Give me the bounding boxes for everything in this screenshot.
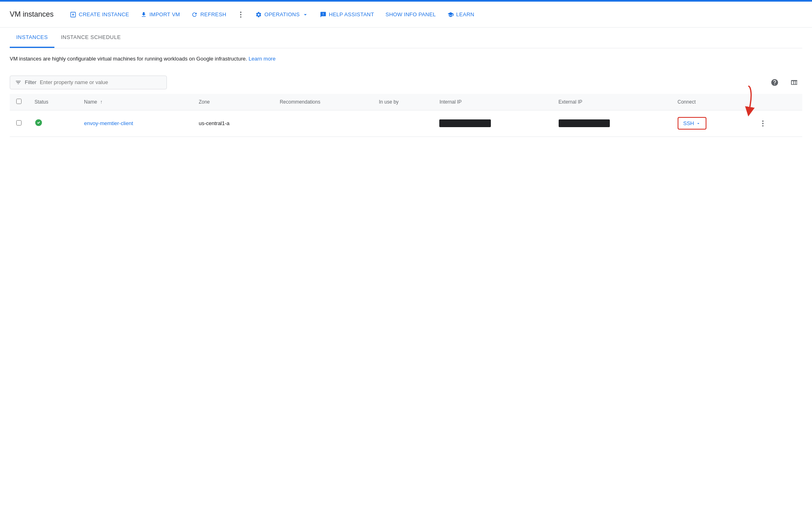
svg-point-7 (762, 120, 763, 121)
row-checkbox-cell (10, 110, 28, 136)
help-circle-icon (771, 78, 779, 87)
description-text: VM instances are highly configurable vir… (10, 56, 247, 62)
row-actions-cell (748, 110, 802, 136)
filter-input[interactable] (40, 79, 162, 85)
row-checkbox[interactable] (16, 120, 22, 126)
learn-more-link[interactable]: Learn more (248, 56, 275, 62)
operations-icon (255, 11, 262, 18)
row-more-button[interactable] (755, 115, 771, 132)
page-description: VM instances are highly configurable vir… (10, 55, 802, 63)
more-options-icon (237, 11, 245, 19)
select-all-header (10, 94, 28, 110)
svg-point-4 (240, 14, 242, 15)
svg-point-5 (240, 16, 242, 17)
help-assistant-icon (320, 11, 326, 18)
row-more-icon (759, 119, 767, 128)
refresh-label: REFRESH (200, 11, 226, 17)
ssh-button[interactable]: SSH (678, 117, 706, 130)
main-content: INSTANCES INSTANCE SCHEDULE VM instances… (0, 28, 812, 137)
status-cell (28, 110, 78, 136)
learn-icon (447, 11, 454, 18)
name-cell: envoy-memtier-client (78, 110, 192, 136)
create-instance-button[interactable]: CREATE INSTANCE (65, 8, 134, 21)
connect-header: Connect (671, 94, 748, 110)
external-ip-header: External IP (552, 94, 671, 110)
zone-header: Zone (192, 94, 273, 110)
zone-cell: us-central1-a (192, 110, 273, 136)
learn-button[interactable]: LEARN (443, 8, 479, 21)
filter-label: Filter (25, 79, 37, 85)
filter-icon (15, 79, 22, 86)
page-title: VM instances (10, 10, 54, 19)
table-head: Status Name ↑ Zone Recommendations In us… (10, 94, 802, 110)
internal-ip-masked: ████████████ (439, 119, 491, 127)
operations-label: OPERATIONS (264, 11, 300, 17)
show-info-panel-button[interactable]: SHOW INFO PANEL (380, 8, 441, 21)
running-status-icon (35, 119, 43, 127)
tab-instances[interactable]: INSTANCES (10, 28, 54, 48)
tab-instance-schedule[interactable]: INSTANCE SCHEDULE (54, 28, 127, 48)
operations-chevron-icon (302, 11, 309, 18)
connect-cell: SSH (671, 110, 748, 136)
operations-button[interactable]: OPERATIONS (251, 8, 313, 21)
svg-point-3 (240, 11, 242, 13)
table-actions (767, 74, 802, 91)
refresh-button[interactable]: REFRESH (186, 8, 231, 21)
ssh-label: SSH (683, 120, 694, 126)
recommendations-cell (273, 110, 372, 136)
import-vm-icon (140, 11, 147, 18)
table-header-row: Status Name ↑ Zone Recommendations In us… (10, 94, 802, 110)
learn-label: LEARN (456, 11, 475, 17)
in-use-by-cell (372, 110, 433, 136)
actions-header (748, 94, 802, 110)
filter-bar: Filter (10, 76, 167, 89)
refresh-icon (191, 11, 198, 18)
import-vm-label: IMPORT VM (149, 11, 180, 17)
svg-point-9 (762, 125, 763, 126)
more-options-button[interactable] (233, 6, 249, 23)
name-sort-icon: ↑ (100, 99, 102, 105)
show-info-panel-label: SHOW INFO PANEL (385, 11, 436, 17)
table-body: envoy-memtier-client us-central1-a █████… (10, 110, 802, 136)
toolbar: VM instances CREATE INSTANCE IMPORT VM R… (0, 2, 812, 28)
name-header: Name ↑ (78, 94, 192, 110)
import-vm-button[interactable]: IMPORT VM (136, 8, 185, 21)
columns-button[interactable] (786, 74, 802, 91)
select-all-checkbox[interactable] (16, 99, 22, 104)
table-row: envoy-memtier-client us-central1-a █████… (10, 110, 802, 136)
create-instance-icon (70, 11, 76, 18)
internal-ip-header: Internal IP (433, 94, 552, 110)
external-ip-cell: ████████████ (552, 110, 671, 136)
help-assistant-button[interactable]: HELP ASSISTANT (315, 8, 379, 21)
help-assistant-label: HELP ASSISTANT (329, 11, 374, 17)
columns-icon (790, 78, 798, 87)
instance-name-link[interactable]: envoy-memtier-client (84, 120, 133, 126)
in-use-by-header: In use by (372, 94, 433, 110)
recommendations-header: Recommendations (273, 94, 372, 110)
internal-ip-cell: ████████████ (433, 110, 552, 136)
ssh-dropdown-icon (696, 121, 701, 126)
create-instance-label: CREATE INSTANCE (79, 11, 129, 17)
instances-table: Status Name ↑ Zone Recommendations In us… (10, 94, 802, 137)
external-ip-masked: ████████████ (559, 119, 610, 127)
status-header: Status (28, 94, 78, 110)
table-header-row: Filter (10, 71, 802, 94)
svg-point-8 (762, 123, 763, 124)
tab-bar: INSTANCES INSTANCE SCHEDULE (10, 28, 802, 48)
help-button[interactable] (767, 74, 783, 91)
